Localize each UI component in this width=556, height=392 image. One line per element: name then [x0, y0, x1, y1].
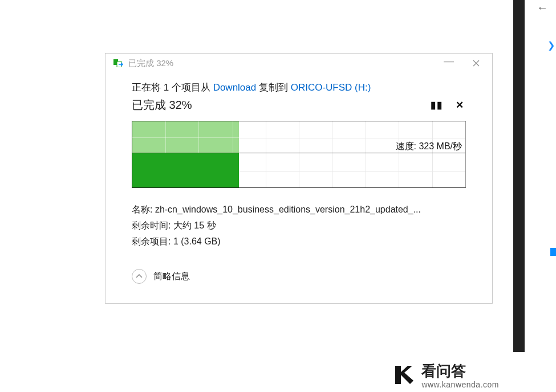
pause-button[interactable]: ▮▮ [431, 100, 443, 110]
copy-description: 正在将 1 个项目从 Download 复制到 ORICO-UFSD (H:) [132, 81, 466, 94]
chevron-up-icon[interactable] [132, 269, 147, 284]
progress-controls: ▮▮ ✕ [431, 100, 466, 110]
side-dark-strip [513, 0, 525, 352]
side-light-area: ← ❯ [525, 0, 556, 352]
copy-middle: 复制到 [256, 82, 290, 93]
watermark: 看问答 www.kanwenda.com [391, 362, 499, 390]
collapse-row: 简略信息 [132, 269, 466, 292]
decorative-square [550, 248, 556, 256]
minimize-button[interactable]: — [435, 55, 462, 72]
back-arrow-icon[interactable]: ← [537, 1, 548, 14]
dialog-titlebar: 已完成 32% — [105, 54, 492, 73]
cancel-button[interactable]: ✕ [456, 100, 464, 110]
progress-text: 已完成 32% [132, 97, 192, 113]
close-button[interactable] [462, 55, 490, 72]
collapse-label[interactable]: 简略信息 [153, 271, 190, 283]
details-block: 名称: zh-cn_windows_10_business_editions_v… [132, 202, 466, 250]
watermark-logo-icon [391, 362, 416, 390]
detail-time: 剩余时间: 大约 15 秒 [132, 218, 466, 234]
speed-chart: 速度: 323 MB/秒 [132, 121, 466, 188]
copy-prefix: 正在将 1 个项目从 [132, 82, 213, 93]
window-controls: — [435, 55, 490, 72]
detail-remaining: 剩余项目: 1 (3.64 GB) [132, 234, 466, 250]
chart-divider [132, 153, 465, 153]
progress-bar [132, 153, 239, 187]
source-link[interactable]: Download [213, 82, 257, 93]
status-row: 已完成 32% ▮▮ ✕ [132, 97, 466, 113]
copy-dialog: 已完成 32% — 正在将 1 个项目从 Download 复制到 ORICO-… [105, 53, 493, 304]
detail-name: 名称: zh-cn_windows_10_business_editions_v… [132, 202, 466, 218]
dialog-content: 正在将 1 个项目从 Download 复制到 ORICO-UFSD (H:) … [105, 73, 492, 303]
watermark-title: 看问答 [421, 363, 499, 380]
speed-label: 速度: 323 MB/秒 [396, 141, 462, 153]
copy-transfer-icon [113, 59, 124, 67]
watermark-subtitle: www.kanwenda.com [421, 380, 499, 389]
decorative-accent: ❯ [547, 40, 555, 51]
destination-link[interactable]: ORICO-UFSD (H:) [291, 82, 371, 93]
dialog-title: 已完成 32% [128, 58, 435, 69]
speed-history-bar [132, 121, 239, 153]
